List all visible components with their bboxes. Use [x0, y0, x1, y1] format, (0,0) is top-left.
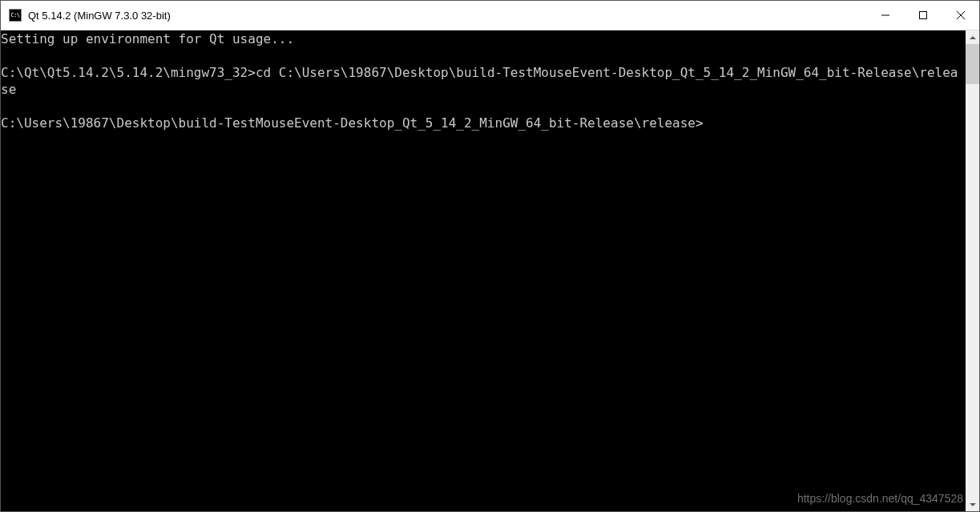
terminal-prompt: C:\Qt\Qt5.14.2\5.14.2\mingw73_32>: [1, 65, 256, 80]
terminal-prompt: C:\Users\19867\Desktop\build-TestMouseEv…: [1, 115, 704, 131]
scroll-up-arrow[interactable]: [966, 30, 979, 44]
chevron-down-icon: [970, 503, 976, 506]
window-title: Qt 5.14.2 (MinGW 7.3.0 32-bit): [28, 10, 866, 22]
vertical-scrollbar[interactable]: [966, 30, 979, 511]
chevron-up-icon: [970, 36, 976, 39]
window-controls: [866, 1, 979, 30]
svg-rect-1: [919, 12, 926, 19]
svg-marker-4: [970, 36, 976, 39]
titlebar[interactable]: C:\ Qt 5.14.2 (MinGW 7.3.0 32-bit): [1, 1, 979, 30]
close-button[interactable]: [942, 1, 979, 30]
minimize-icon: [881, 11, 889, 19]
maximize-icon: [919, 11, 927, 19]
terminal-output[interactable]: Setting up environment for Qt usage... C…: [1, 30, 966, 511]
scroll-down-arrow[interactable]: [966, 498, 979, 511]
terminal-line: Setting up environment for Qt usage...: [1, 31, 294, 46]
client-area: Setting up environment for Qt usage... C…: [1, 30, 979, 511]
minimize-button[interactable]: [866, 1, 904, 30]
window: C:\ Qt 5.14.2 (MinGW 7.3.0 32-bit) Setti…: [0, 0, 980, 512]
scroll-track[interactable]: [966, 44, 979, 498]
app-icon: C:\: [9, 9, 22, 22]
svg-marker-5: [970, 503, 976, 506]
scroll-thumb[interactable]: [966, 44, 979, 84]
close-icon: [957, 11, 965, 19]
maximize-button[interactable]: [904, 1, 942, 30]
